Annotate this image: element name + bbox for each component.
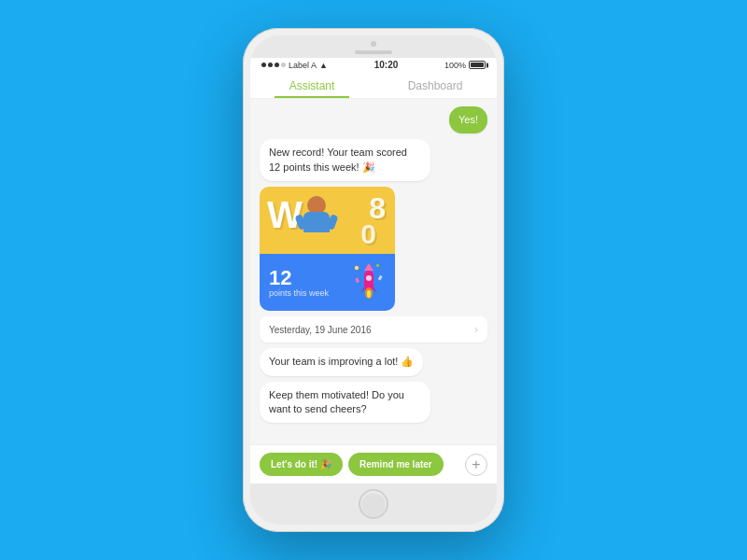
status-time: 10:20	[374, 60, 399, 70]
carrier-label: Label A	[289, 61, 317, 70]
message-record: New record! Your team scored 12 points t…	[260, 139, 430, 181]
points-number: 12	[269, 268, 329, 288]
phone-screen: Label A ▲ 10:20 100% Assistant Dashboard	[250, 35, 497, 525]
date-row[interactable]: Yesterday, 19 June 2016 ›	[260, 316, 487, 343]
message-improving: Your team is improving a lot! 👍	[260, 348, 423, 375]
phone-frame: Label A ▲ 10:20 100% Assistant Dashboard	[243, 28, 504, 532]
points-card: 12 points this week	[260, 254, 395, 311]
illustration-graphic: W 8 0	[260, 187, 395, 254]
status-bar: Label A ▲ 10:20 100%	[250, 58, 497, 72]
svg-marker-1	[364, 263, 374, 271]
svg-marker-2	[360, 287, 364, 293]
status-right: 100%	[444, 61, 486, 70]
chevron-right-icon: ›	[474, 323, 478, 336]
svg-rect-6	[376, 264, 380, 268]
svg-point-10	[367, 290, 371, 298]
lets-do-it-button[interactable]: Let's do it! 🎉	[260, 453, 343, 476]
char-body	[303, 212, 330, 232]
tab-assistant[interactable]: Assistant	[250, 72, 374, 98]
camera-dot	[371, 41, 376, 47]
chat-area[interactable]: Yes! New record! Your team scored 12 poi…	[250, 99, 497, 444]
message-yes: Yes!	[449, 106, 487, 133]
tab-bar: Assistant Dashboard	[250, 72, 497, 99]
wifi-icon: ▲	[319, 61, 328, 70]
home-button-area	[250, 483, 497, 525]
points-label: points this week	[269, 288, 329, 298]
status-left: Label A ▲	[261, 61, 328, 70]
confetti-icon	[353, 261, 386, 303]
svg-rect-5	[354, 266, 359, 271]
signal-icon	[261, 63, 286, 67]
phone-top	[250, 35, 497, 58]
battery-icon	[469, 61, 486, 69]
action-bar: Let's do it! 🎉 Remind me later +	[250, 444, 497, 483]
date-text: Yesterday, 19 June 2016	[269, 325, 372, 335]
points-info: 12 points this week	[269, 268, 329, 298]
character-figure	[299, 196, 334, 245]
tab-dashboard[interactable]: Dashboard	[374, 72, 497, 98]
deco-letter-0: 0	[360, 218, 376, 250]
svg-point-4	[366, 275, 372, 281]
speaker	[355, 50, 392, 54]
illustration-card: W 8 0 12 points this week	[260, 187, 395, 311]
home-button[interactable]	[359, 489, 388, 519]
message-cheers: Keep them motivated! Do you want to send…	[260, 382, 430, 424]
remind-me-later-button[interactable]: Remind me later	[348, 453, 444, 476]
svg-rect-7	[378, 275, 383, 281]
svg-marker-3	[374, 287, 377, 293]
add-button[interactable]: +	[465, 454, 487, 476]
battery-label: 100%	[444, 61, 466, 70]
svg-rect-8	[355, 278, 359, 284]
